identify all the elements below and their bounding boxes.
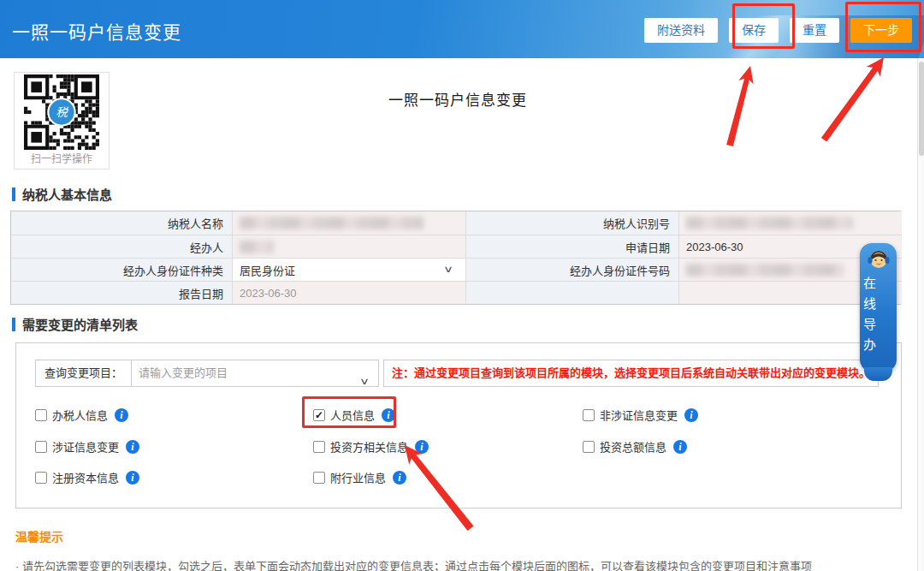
section-title: 需要变更的清单列表 (22, 315, 138, 333)
page-title: 一照一码户信息变更 (0, 88, 915, 110)
field-label: 纳税人名称 (11, 211, 233, 235)
info-icon[interactable]: i (382, 408, 395, 422)
query-note: 注：通过变更项目查询到该项目所属的模块，选择变更项目后系统自动关联带出对应的变更… (383, 360, 879, 387)
section-change-list: 需要变更的清单列表 (12, 315, 138, 333)
save-button[interactable]: 保存 (729, 18, 779, 43)
vertical-scrollbar[interactable] (917, 58, 924, 571)
info-icon[interactable]: i (115, 408, 128, 422)
checkbox-label: 投资总额信息 (600, 438, 666, 455)
checkbox[interactable] (583, 441, 595, 453)
checkbox[interactable] (35, 472, 47, 484)
checkbox-label: 涉证信息变更 (52, 438, 119, 455)
scrollbar-thumb[interactable] (919, 62, 924, 156)
info-icon[interactable]: i (126, 471, 139, 485)
next-step-button[interactable]: 下一步 (850, 18, 912, 43)
agent-id-type-select[interactable]: 居民身份证 ∨ (233, 258, 466, 281)
info-icon[interactable]: i (126, 440, 139, 454)
checkbox[interactable] (35, 409, 47, 421)
field-label (466, 281, 679, 304)
field-label: 经办人 (11, 235, 233, 258)
info-icon[interactable]: i (393, 471, 406, 485)
taxpayer-id-field (679, 211, 902, 235)
info-icon[interactable]: i (673, 440, 687, 454)
checkbox-label: 非涉证信息变更 (600, 407, 678, 423)
taxpayer-name-field (233, 211, 466, 235)
header-bar: 一照一码户信息变更 附送资料 保存 重置 下一步 (0, 0, 924, 58)
section-accent-bar (12, 318, 15, 331)
change-item-search-select[interactable]: 请输入变更的项目 ∨ (132, 360, 378, 386)
checkbox-item-cert[interactable]: 涉证信息变更 i (35, 438, 139, 455)
section-title: 纳税人基本信息 (22, 185, 112, 203)
header-actions: 附送资料 保存 重置 下一步 (644, 18, 912, 43)
tips-title: 温馨提示 (15, 527, 63, 544)
redacted-value (240, 241, 274, 253)
reset-button[interactable]: 重置 (790, 18, 839, 43)
checkbox-label: 注册资本信息 (52, 469, 119, 485)
checkbox-item-personnel[interactable]: ✓ 人员信息 i (313, 407, 395, 423)
checkbox-item-noncert[interactable]: 非涉证信息变更 i (583, 407, 698, 423)
checkbox[interactable] (313, 472, 325, 484)
report-date-field: 2023-06-30 (233, 281, 466, 304)
qr-caption: 扫一扫学操作 (15, 151, 109, 165)
field-label: 纳税人识别号 (466, 211, 679, 235)
query-group: 查询变更项目： 请输入变更的项目 ∨ (35, 360, 379, 387)
redacted-value (686, 217, 853, 229)
chevron-down-icon: ∨ (359, 368, 370, 394)
checkbox-label: 人员信息 (330, 407, 375, 423)
checkbox-item-registered-capital[interactable]: 注册资本信息 i (35, 469, 139, 485)
agent-name-field (233, 235, 466, 258)
checkbox-item-taxhandler[interactable]: 办税人信息 i (35, 407, 128, 423)
checkbox-item-investment-total[interactable]: 投资总额信息 i (583, 438, 687, 455)
app-title: 一照一码户信息变更 (12, 18, 181, 44)
info-icon[interactable]: i (684, 408, 698, 422)
selected-option: 居民身份证 (240, 262, 295, 278)
checkbox[interactable] (583, 409, 595, 421)
select-placeholder: 请输入变更的项目 (139, 366, 228, 379)
tips-text: · 请先勾选需要变更的列表模块，勾选之后，表单下面会动态加载出对应的变更信息表；… (15, 557, 905, 571)
field-label: 报告日期 (11, 281, 233, 304)
attach-materials-button[interactable]: 附送资料 (644, 18, 718, 43)
checkbox-label: 投资方相关信息 (330, 438, 408, 455)
chevron-down-icon: ∨ (443, 264, 453, 275)
change-list-panel: 查询变更项目： 请输入变更的项目 ∨ 注：通过变更项目查询到该项目所属的模块，选… (15, 342, 902, 509)
info-icon[interactable]: i (415, 440, 429, 454)
redacted-value (686, 264, 844, 277)
checkbox-item-industry[interactable]: 附行业信息 i (313, 469, 406, 485)
section-accent-bar (12, 187, 15, 201)
basic-info-table: 纳税人名称 纳税人识别号 经办人 申请日期 2023-06-30 经办人身份证件… (10, 211, 901, 305)
qr-code-image: 税 (24, 74, 99, 150)
checkbox[interactable]: ✓ (313, 409, 325, 421)
field-label: 经办人身份证件号码 (466, 258, 679, 281)
redacted-value (240, 217, 424, 229)
field-label: 经办人身份证件种类 (11, 258, 233, 281)
qr-code-panel: 税 扫一扫学操作 (14, 72, 110, 170)
checkbox-label: 附行业信息 (330, 469, 386, 485)
customer-service-avatar-icon (866, 247, 891, 271)
checkbox-item-investor[interactable]: 投资方相关信息 i (313, 438, 429, 455)
field-label: 申请日期 (466, 235, 679, 258)
query-row: 查询变更项目： 请输入变更的项目 ∨ 注：通过变更项目查询到该项目所属的模块，选… (35, 360, 879, 387)
query-label: 查询变更项目： (36, 360, 132, 386)
page: 一照一码户信息变更 附送资料 保存 重置 下一步 税 扫一扫学操作 (0, 0, 924, 571)
checkbox[interactable] (35, 441, 47, 453)
checkbox[interactable] (313, 441, 325, 453)
online-guide-widget[interactable]: 在线导办 (860, 243, 897, 372)
section-basic-info: 纳税人基本信息 (12, 185, 112, 203)
online-guide-label: 在线导办 (860, 277, 878, 359)
checkbox-label: 办税人信息 (52, 407, 108, 423)
